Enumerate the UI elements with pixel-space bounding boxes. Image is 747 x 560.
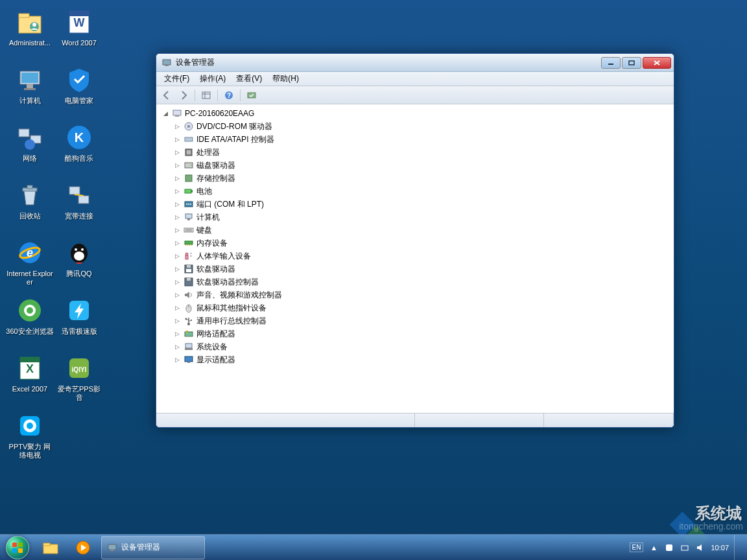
folder-user-icon [14,6,45,38]
svg-rect-97 [186,331,188,332]
svg-rect-95 [191,320,192,321]
minimize-button[interactable] [601,57,621,69]
tree-category[interactable]: ▷人体学输入设备 [173,250,669,262]
desktop-icon-folder-user[interactable]: Administrat... [5,5,54,60]
svg-rect-40 [163,60,171,65]
expand-icon[interactable]: ▷ [173,123,181,130]
expand-icon[interactable]: ▷ [173,266,181,272]
svg-text:W: W [74,16,85,29]
tree-category[interactable]: ▷电池 [173,185,669,198]
desktop-icon-qq[interactable]: 腾讯QQ [54,236,104,291]
tree-category[interactable]: ▷IDE ATA/ATAPI 控制器 [173,133,669,146]
expand-icon[interactable]: ▷ [173,201,181,207]
tree-category[interactable]: ▷内存设备 [173,237,669,250]
forward-button[interactable] [176,88,191,102]
tree-category[interactable]: ▷DVD/CD-ROM 驱动器 [173,120,669,133]
collapse-icon[interactable]: ◢ [161,110,169,117]
tree-category[interactable]: ▷鼠标和其他指针设备 [173,301,669,314]
tree-category[interactable]: ▷软盘驱动器 [173,262,669,275]
category-label: 声音、视频和游戏控制器 [196,290,282,301]
tree-category[interactable]: ▷计算机 [173,211,669,224]
tree-root[interactable]: ◢ PC-20160620EAAG [161,107,669,120]
desktop-icon-kugou[interactable]: K酷狗音乐 [54,121,104,176]
scan-button[interactable] [244,88,259,102]
expand-icon[interactable]: ▷ [173,240,181,246]
hid-icon [184,251,194,261]
tree-category[interactable]: ▷处理器 [173,146,669,159]
tree-category[interactable]: ▷键盘 [173,224,669,237]
expand-icon[interactable]: ▷ [173,175,181,181]
menu-item[interactable]: 帮助(H) [267,72,304,86]
expand-icon[interactable]: ▷ [173,279,181,285]
expand-icon[interactable]: ▷ [173,136,181,143]
expand-icon[interactable]: ▷ [173,149,181,156]
tree-category[interactable]: ▷存储控制器 [173,172,669,185]
svg-point-66 [188,204,189,205]
maximize-button[interactable] [622,57,641,69]
lang-indicator[interactable]: EN [630,542,644,552]
expand-icon[interactable]: ▷ [173,331,181,337]
netadapter-icon [184,329,194,339]
desktop-icon-label: Administrat... [9,39,51,47]
device-tree[interactable]: ◢ PC-20160620EAAG ▷DVD/CD-ROM 驱动器▷IDE AT… [156,104,674,413]
menu-item[interactable]: 操作(A) [195,72,231,86]
tree-category[interactable]: ▷磁盘驱动器 [173,159,669,172]
desktop-icon-network[interactable]: 网络 [5,121,54,176]
expand-icon[interactable]: ▷ [173,344,181,350]
tree-category[interactable]: ▷系统设备 [173,340,669,353]
tray-network-icon[interactable] [680,542,690,553]
titlebar[interactable]: 设备管理器 [156,54,674,72]
expand-icon[interactable]: ▷ [173,292,181,298]
statusbar [156,413,674,427]
svg-rect-75 [187,244,188,246]
desktop-icon-broadband[interactable]: 宽带连接 [54,178,104,233]
desktop-icon-word[interactable]: WWord 2007 [54,5,104,60]
show-hidden-button[interactable] [198,88,214,102]
desktop-icon-excel[interactable]: XExcel 2007 [5,351,54,406]
back-button[interactable] [159,88,174,102]
expand-icon[interactable]: ▷ [173,188,181,194]
svg-rect-43 [629,61,634,65]
expand-icon[interactable]: ▷ [173,318,181,324]
clock[interactable]: 10:07 [711,544,729,552]
desktop-icon-computer[interactable]: 计算机 [5,63,54,118]
tray-action-icon[interactable] [664,542,674,553]
expand-icon[interactable]: ▷ [173,253,181,259]
desktop-icon-360[interactable]: 360安全浏览器 [5,294,54,349]
expand-icon[interactable]: ▷ [173,356,181,363]
desktop-icon-pcmanager[interactable]: 电脑管家 [54,63,104,118]
pinned-wmp[interactable] [67,535,99,560]
show-desktop-button[interactable] [734,535,742,561]
tray-volume-icon[interactable] [695,542,706,553]
tree-category[interactable]: ▷端口 (COM 和 LPT) [173,198,669,211]
expand-icon[interactable]: ▷ [173,162,181,169]
svg-rect-10 [24,88,36,90]
desktop-icon-ie[interactable]: eInternet Explorer [5,236,54,291]
expand-icon[interactable]: ▷ [173,214,181,220]
expand-icon[interactable]: ▷ [173,305,181,311]
tree-category[interactable]: ▷声音、视频和游戏控制器 [173,288,669,301]
taskbar-active-window[interactable]: 设备管理器 [101,536,205,559]
expand-icon[interactable]: ▷ [173,227,181,233]
tree-category[interactable]: ▷软盘驱动器控制器 [173,275,669,288]
desktop-icon-thunder[interactable]: 迅雷极速版 [54,294,104,349]
tree-category[interactable]: ▷网络适配器 [173,327,669,340]
svg-rect-100 [185,356,193,362]
close-button[interactable] [643,57,671,69]
tree-category[interactable]: ▷通用串行总线控制器 [173,314,669,327]
pinned-explorer[interactable] [35,535,66,560]
desktop-icon-pptv[interactable]: PPTV聚力 网络电视 [5,409,54,464]
help-button[interactable]: ? [221,88,237,102]
desktop-icon-recycle[interactable]: 回收站 [5,178,54,233]
desktop-icon-iqiyi[interactable]: iQIYI爱奇艺PPS影音 [54,351,104,406]
tree-category[interactable]: ▷显示适配器 [173,353,669,366]
kugou-icon: K [64,122,95,153]
desktop-icon-label: 腾讯QQ [66,270,91,278]
start-button[interactable] [0,535,35,561]
system-tray: EN ▲ 10:07 [630,535,747,561]
menu-item[interactable]: 文件(F) [159,72,195,86]
menu-item[interactable]: 查看(V) [231,72,267,86]
svg-point-39 [27,423,33,429]
tray-up-icon[interactable]: ▲ [648,542,659,553]
svg-rect-9 [27,84,33,88]
